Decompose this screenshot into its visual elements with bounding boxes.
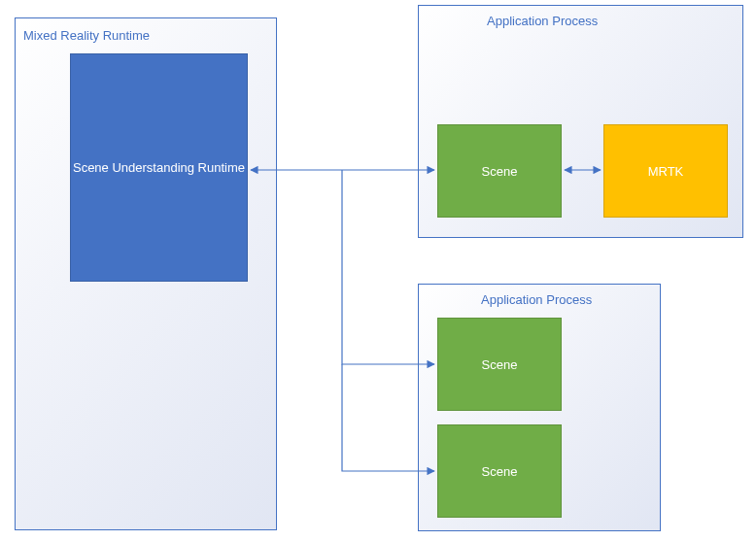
container-title-app1: Application Process: [487, 14, 598, 28]
container-title-runtime: Mixed Reality Runtime: [23, 28, 150, 43]
block-label-scene-a: Scene: [482, 164, 518, 179]
block-scene-app1: Scene: [437, 124, 562, 218]
container-title-app2: Application Process: [481, 292, 592, 307]
block-label-su-runtime: Scene Understanding Runtime: [73, 160, 245, 175]
block-scene-app2-bottom: Scene: [437, 424, 562, 518]
block-mrtk: MRTK: [603, 124, 728, 218]
block-scene-understanding-runtime: Scene Understanding Runtime: [70, 53, 248, 282]
block-label-scene-c: Scene: [482, 464, 518, 479]
block-scene-app2-top: Scene: [437, 318, 562, 411]
block-label-mrtk: MRTK: [648, 164, 684, 179]
block-label-scene-b: Scene: [482, 357, 518, 372]
